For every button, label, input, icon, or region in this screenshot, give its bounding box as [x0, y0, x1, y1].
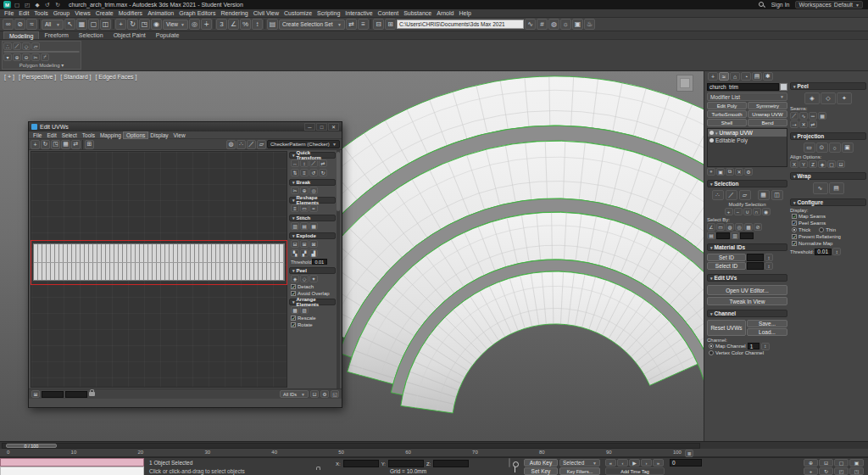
explode-rollout-header[interactable]: ▾ Explode — [289, 232, 336, 239]
field-of-view-icon[interactable]: ◰ — [834, 467, 849, 475]
key-filters-button[interactable]: Key Filters... — [559, 467, 600, 475]
explode-by-face-icon[interactable]: ▞ — [300, 249, 309, 257]
new-file-icon[interactable]: ▢ — [13, 1, 21, 8]
paint-select-icon[interactable]: ◉ — [762, 208, 771, 215]
search-icon[interactable] — [759, 2, 765, 8]
object-name-field[interactable]: church_trim — [707, 83, 779, 91]
set-key-button[interactable]: Set Key — [524, 467, 558, 475]
uv-grid-snap-icon[interactable]: ⊡ — [310, 390, 319, 398]
reshape-elements-rollout-header[interactable]: ▾ Reshape Elements — [289, 197, 336, 204]
stack-item-unwrap-uvw[interactable]: ▾ Unwrap UVW — [708, 129, 787, 137]
render-production-icon[interactable]: ♨ — [584, 19, 595, 30]
rotate-90-cw-icon[interactable]: ↻ — [319, 169, 327, 176]
select-ring-icon[interactable]: ∪ — [743, 208, 752, 215]
add-time-tag[interactable]: Add Time Tag — [605, 467, 665, 475]
checkbox-avoid-overlap[interactable] — [291, 291, 296, 296]
unlink-selection-icon[interactable]: ⊘ — [14, 19, 25, 30]
smoothing-group-field[interactable] — [740, 232, 754, 239]
stitch-rollout-header[interactable]: ▾ Stitch — [289, 215, 336, 221]
uv-canvas[interactable] — [31, 151, 287, 388]
uv-zoom-extents-icon[interactable]: ◱ — [331, 390, 339, 398]
map-channel-field[interactable]: 1 — [748, 343, 760, 349]
load-uvs-button[interactable]: Load... — [747, 328, 787, 336]
polygon-selection-icon[interactable]: ▱ — [739, 190, 751, 200]
viewcube[interactable] — [676, 75, 693, 92]
edge-to-seams-icon[interactable]: ═ — [809, 112, 817, 120]
x-coordinate-field[interactable] — [343, 460, 379, 467]
quick-transform-rollout-header[interactable]: ▾ Quick Transform — [289, 152, 336, 159]
edge-mode-icon[interactable]: ／ — [13, 42, 21, 50]
unfold-strip-icon[interactable]: ▤ — [829, 182, 844, 194]
close-icon[interactable]: ✕ — [328, 123, 339, 131]
select-and-manipulate-icon[interactable]: ∔ — [201, 19, 212, 30]
modifier-button-symmetry[interactable]: Symmetry — [748, 102, 787, 109]
pin-stack-icon[interactable]: ⌖ — [707, 168, 715, 176]
pelt-map-icon[interactable]: ✦ — [837, 92, 852, 104]
select-by-name-icon[interactable]: ▦ — [76, 19, 87, 30]
menu-help[interactable]: Help — [456, 10, 473, 16]
stitch-target-icon[interactable]: ▦ — [309, 222, 318, 230]
shrink-selection-icon[interactable]: − — [734, 208, 743, 215]
ribbon-tab-selection[interactable]: Selection — [74, 31, 108, 39]
align-horizontal-icon[interactable]: ↔ — [291, 159, 299, 167]
uv-snap-icon[interactable]: ⊞ — [85, 140, 94, 149]
select-object-icon[interactable]: ↖ — [64, 19, 75, 30]
select-and-place-icon[interactable]: ◉ — [151, 19, 162, 30]
uv-sidebar-scrollbar[interactable] — [337, 150, 340, 388]
detach-option[interactable]: Detach — [289, 283, 336, 290]
maximize-viewport-icon[interactable]: ◳ — [849, 467, 864, 475]
percent-snap-icon[interactable]: % — [240, 19, 251, 30]
open-uv-editor-button[interactable]: Open UV Editor... — [707, 285, 787, 295]
stack-item-editable-poly[interactable]: Editable Poly — [708, 137, 787, 144]
pelt-map-icon[interactable]: ✦ — [309, 275, 318, 282]
select-by-planar-icon[interactable]: ▭ — [716, 223, 725, 231]
break-rollout-header[interactable]: ▾ Break — [289, 179, 336, 186]
align-icon[interactable]: ≡ — [358, 19, 369, 30]
rotate-90-ccw-icon[interactable]: ↺ — [309, 169, 318, 176]
flatten-smoothing-icon[interactable]: ⊞ — [300, 240, 309, 248]
quick-peel-icon[interactable]: ◈ — [804, 92, 820, 104]
cylindrical-map-icon[interactable]: ⊙ — [816, 142, 828, 153]
checkbox-detach[interactable] — [291, 284, 296, 289]
pack-custom-icon[interactable]: ▨ — [300, 306, 309, 314]
uv-freeform-icon[interactable]: ▦ — [61, 140, 70, 149]
planar-map-icon[interactable]: ▭ — [804, 142, 815, 153]
menu-graph-editors[interactable]: Graph Editors — [176, 10, 218, 16]
uv-move-icon[interactable]: + — [31, 140, 40, 149]
viewport-shading-menu[interactable]: [ Edged Faces ] — [95, 74, 136, 80]
channel-rollout-header[interactable]: ▾ Channel — [707, 310, 787, 317]
collapse-icon[interactable]: ▾ — [3, 53, 12, 61]
wrap-rollout-header[interactable]: ▾ Wrap — [790, 172, 866, 180]
menu-content[interactable]: Content — [376, 10, 402, 16]
break-icon[interactable]: ✂ — [291, 187, 299, 194]
vertex-color-channel-option[interactable]: Vertex Color Channel — [707, 349, 787, 356]
best-align-icon[interactable]: ◈ — [818, 160, 826, 168]
make-unique-icon[interactable]: ⧉ — [726, 168, 734, 176]
show-map-icon[interactable]: ◍ — [226, 140, 236, 149]
checkbox-rescale[interactable] — [291, 316, 296, 321]
quick-peel-icon[interactable]: ◈ — [291, 275, 299, 282]
uv-texture-dropdown[interactable]: CheckerPattern (Checker) ▼ — [267, 140, 340, 148]
orbit-icon[interactable]: ↻ — [819, 467, 833, 475]
u-coordinate-field[interactable] — [42, 391, 64, 398]
checkbox-map-seams[interactable] — [792, 214, 797, 219]
3dsmax-logo-icon[interactable]: M — [3, 1, 11, 8]
detach-icon[interactable]: ⊖ — [22, 53, 31, 61]
material-editor-icon[interactable]: ◍ — [548, 19, 559, 30]
uv-menu-tools[interactable]: Tools — [80, 132, 97, 138]
time-slider-track[interactable]: 0 / 100 — [2, 443, 700, 449]
modifier-button-bend[interactable]: Bend — [748, 119, 787, 126]
remove-modifier-icon[interactable]: ✕ — [735, 168, 743, 176]
modifier-button-shell[interactable]: Shell — [707, 119, 747, 126]
menu-customize[interactable]: Customize — [281, 10, 314, 16]
angle-snap-icon[interactable]: ∠ — [228, 19, 239, 30]
uv-menu-options[interactable]: Options — [124, 132, 147, 138]
uv-edge-icon[interactable]: ／ — [247, 140, 256, 149]
spherical-map-icon[interactable]: ○ — [829, 142, 841, 153]
viewport-pov-menu[interactable]: [ Perspective ] — [19, 74, 56, 80]
select-id-spinner[interactable]: ↕ — [765, 262, 773, 270]
menu-views[interactable]: Views — [72, 10, 93, 16]
save-file-icon[interactable]: ◆ — [33, 1, 42, 8]
stitch-custom-icon[interactable]: ▥ — [291, 222, 299, 230]
align-to-edge-icon[interactable]: ／ — [309, 159, 318, 167]
